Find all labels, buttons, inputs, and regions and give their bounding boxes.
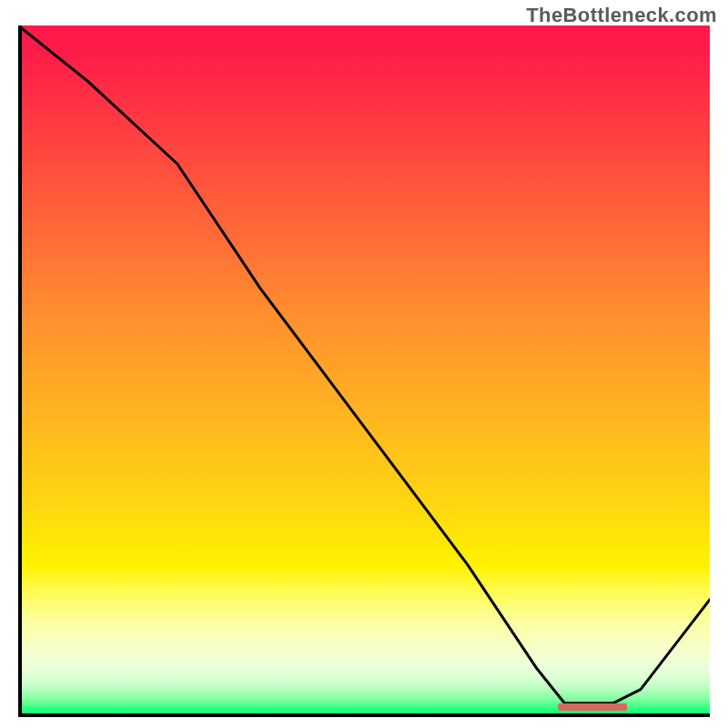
attribution-text: TheBottleneck.com [526,4,717,27]
chart-root: TheBottleneck.com [0,0,728,728]
plot-area [18,25,710,717]
optimum-marker [558,703,627,711]
curve-layer [18,25,710,717]
bottleneck-curve [18,25,710,703]
